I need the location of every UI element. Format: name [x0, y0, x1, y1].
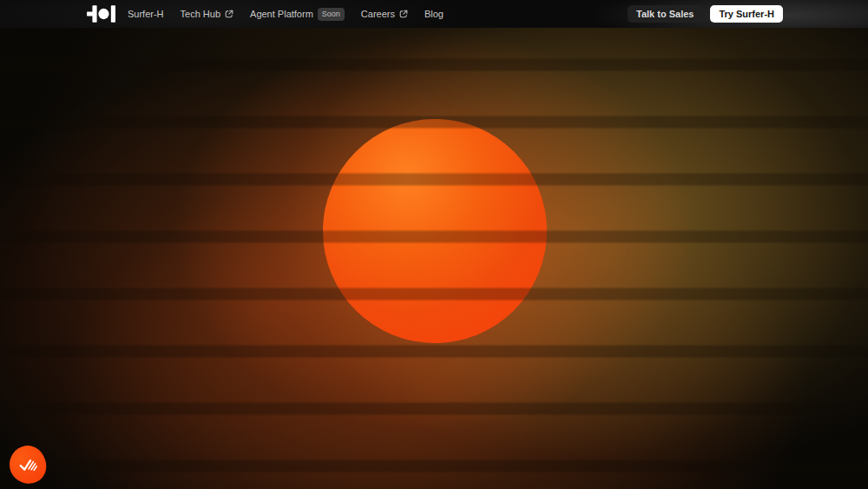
try-surfer-h-button[interactable]: Try Surfer-H [710, 5, 783, 23]
nav-label: Tech Hub [181, 9, 220, 19]
nav-label: Agent Platform [250, 9, 313, 19]
nav-label: Careers [361, 9, 395, 19]
nav-blog[interactable]: Blog [424, 9, 444, 19]
main-nav: Surfer-H Tech Hub Agent Platform Soon [128, 8, 444, 21]
nav-label: Surfer-H [128, 9, 164, 19]
h-company-logo[interactable] [87, 5, 115, 23]
nav-tech-hub[interactable]: Tech Hub [181, 9, 233, 19]
sun-graphic [323, 119, 547, 343]
nav-agent-platform[interactable]: Agent Platform Soon [250, 8, 345, 21]
external-link-icon [225, 10, 233, 18]
logo-h-icon [87, 5, 115, 23]
top-nav-bar: Surfer-H Tech Hub Agent Platform Soon [0, 0, 868, 28]
nav-careers[interactable]: Careers [361, 9, 408, 19]
page: Surfer-H Tech Hub Agent Platform Soon [0, 0, 868, 489]
header-actions: Talk to Sales Try Surfer-H [628, 5, 783, 23]
nav-label: Blog [424, 9, 444, 19]
nav-left-group: Surfer-H Tech Hub Agent Platform Soon [87, 5, 444, 23]
hero-background [0, 0, 868, 489]
check-scribble-icon [13, 450, 43, 480]
nav-surfer-h[interactable]: Surfer-H [128, 9, 164, 19]
soon-badge: Soon [318, 8, 345, 21]
external-link-icon [399, 10, 408, 18]
talk-to-sales-button[interactable]: Talk to Sales [628, 5, 702, 23]
